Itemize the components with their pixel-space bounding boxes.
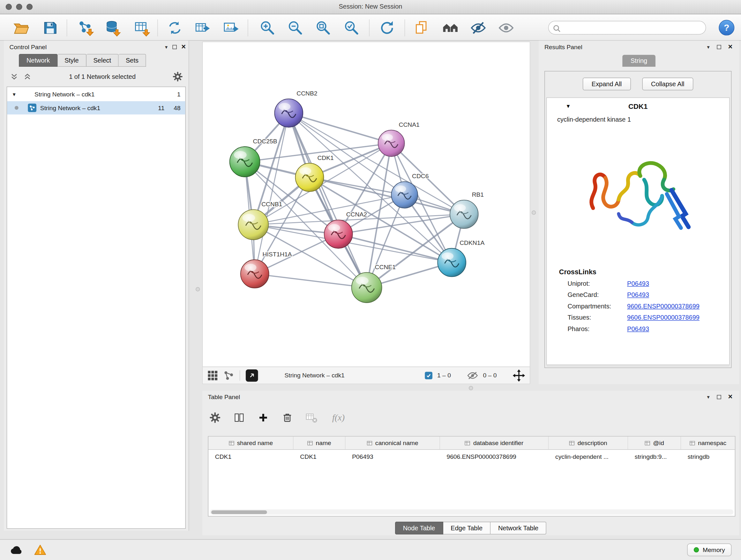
expand-all-button[interactable]: Expand All [583,78,631,90]
string-results-container: Expand All Collapse All ▼ CDK1 cyclin-de… [544,71,731,368]
cell-canonical-name[interactable]: P06493 [346,453,440,460]
network-node-CDK1[interactable]: CDK1 [295,154,334,192]
results-panel: Results Panel ▾ × String Expand All Coll… [539,41,739,384]
column-header-namespace[interactable]: namespac [681,436,735,449]
tab-string[interactable]: String [623,55,656,66]
panel-collapse-icon[interactable]: ▾ [165,44,167,50]
panel-close-icon[interactable]: × [728,393,733,401]
zoom-out-button[interactable] [285,17,306,38]
pharos-link[interactable]: P06493 [627,325,649,332]
delete-column-icon[interactable] [280,411,294,425]
tab-sets[interactable]: Sets [119,54,146,67]
panel-close-icon[interactable]: × [181,43,186,51]
cell-shared-name[interactable]: CDK1 [208,453,293,460]
search-input[interactable] [563,22,703,33]
cell-id[interactable]: stringdb:9... [628,453,681,460]
tree-expand-icon[interactable]: ▼ [12,91,18,97]
refresh-button[interactable] [377,17,397,38]
table-settings-gear-icon[interactable] [208,411,222,425]
scrollbar-thumb[interactable] [211,510,267,514]
zoom-fit-button[interactable] [313,17,333,38]
horizontal-scrollbar[interactable] [210,509,734,514]
hide-selected-button[interactable] [468,17,488,38]
column-header-database-identifier[interactable]: database identifier [440,436,549,449]
network-row-selected[interactable]: String Network – cdk1 11 48 [7,101,185,114]
network-node-CDKN1A[interactable]: CDKN1A [437,240,484,276]
panel-collapse-icon[interactable]: ▾ [707,394,710,400]
title-bar: Session: New Session [0,0,741,14]
results-scrollbar[interactable] [546,364,730,367]
pan-mode-icon[interactable] [513,369,525,381]
tab-edge-table[interactable]: Edge Table [443,522,491,535]
network-list-toolbar: 1 of 1 Network selected [4,68,189,85]
open-session-button[interactable] [11,17,31,38]
export-table-button[interactable] [192,17,213,38]
panel-close-icon[interactable]: × [728,43,733,51]
genecard-link[interactable]: P06493 [627,292,649,299]
splitter-handle[interactable] [469,386,473,390]
cloud-icon[interactable] [10,544,23,556]
network-edge[interactable] [255,113,289,274]
cell-namespace[interactable]: stringdb [681,453,735,460]
network-edge[interactable] [289,113,367,288]
tab-network-table[interactable]: Network Table [490,522,546,535]
panel-float-icon[interactable] [172,45,177,49]
zoom-in-button[interactable] [257,17,278,38]
import-table-from-file-button[interactable] [132,17,152,38]
selected-checkbox-icon[interactable] [425,372,433,379]
splitter-handle[interactable] [196,287,200,291]
table-row[interactable]: CDK1 CDK1 P06493 9606.ENSP00000378699 cy… [208,450,735,463]
network-collection-row[interactable]: ▼ String Network – cdk1 1 [7,87,185,101]
cell-database-identifier[interactable]: 9606.ENSP00000378699 [440,453,549,460]
add-column-icon[interactable] [256,411,270,425]
import-network-from-file-button[interactable] [76,17,96,38]
network-node-RB1[interactable]: RB1 [450,191,484,228]
save-session-button[interactable] [40,17,60,38]
grid-view-icon[interactable] [207,370,218,381]
tab-node-table[interactable]: Node Table [395,522,443,535]
column-header-id[interactable]: @id [628,436,681,449]
panel-collapse-icon[interactable]: ▾ [707,44,710,50]
network-share-icon[interactable] [223,370,234,381]
collapse-all-networks-icon[interactable] [10,72,19,81]
warning-icon[interactable] [33,543,47,556]
copy-button[interactable] [412,17,432,38]
memory-button[interactable]: Memory [687,543,731,556]
section-collapse-icon[interactable]: ▼ [566,103,571,109]
import-network-from-database-button[interactable] [103,17,124,38]
expand-all-networks-icon[interactable] [23,72,32,81]
column-header-description[interactable]: description [549,436,628,449]
birds-eye-view-button[interactable] [246,369,258,381]
cell-description[interactable]: cyclin-dependent ... [549,453,628,460]
help-button[interactable]: ? [719,20,734,36]
show-columns-icon[interactable] [232,411,246,425]
network-node-HIST1H1A[interactable]: HIST1H1A [241,251,292,288]
column-header-canonical-name[interactable]: canonical name [346,436,440,449]
network-edge[interactable] [289,113,391,143]
tab-select[interactable]: Select [86,54,118,67]
gear-icon[interactable] [173,71,183,82]
function-builder-button[interactable]: f(x) [332,413,345,423]
panel-float-icon[interactable] [717,395,721,399]
tab-network[interactable]: Network [19,54,57,67]
collapse-all-button[interactable]: Collapse All [642,78,693,90]
uniprot-link[interactable]: P06493 [627,280,649,287]
panel-float-icon[interactable] [717,45,721,49]
export-image-button[interactable] [221,17,242,38]
network-node-CCNA1[interactable]: CCNA1 [378,121,420,157]
network-edge[interactable] [289,113,464,214]
network-node-CCNB2[interactable]: CCNB2 [274,90,317,127]
cell-name[interactable]: CDK1 [293,453,346,460]
network-edge[interactable] [255,274,367,288]
zoom-selected-button[interactable] [341,17,362,38]
starter-panel-button[interactable] [440,17,461,38]
show-all-button[interactable] [495,17,516,38]
network-canvas[interactable]: CCNB2CCNA1CDC25BCDK1CDC6RB1CCNB1CCNA2CDK… [203,42,531,368]
new-network-from-selection-button[interactable] [164,17,185,38]
compartments-link[interactable]: 9606.ENSP00000378699 [627,303,699,310]
tab-style[interactable]: Style [57,54,86,67]
splitter-handle[interactable] [532,210,536,214]
column-header-name[interactable]: name [293,436,346,449]
column-header-shared-name[interactable]: shared name [208,436,293,449]
tissues-link[interactable]: 9606.ENSP00000378699 [627,314,699,321]
